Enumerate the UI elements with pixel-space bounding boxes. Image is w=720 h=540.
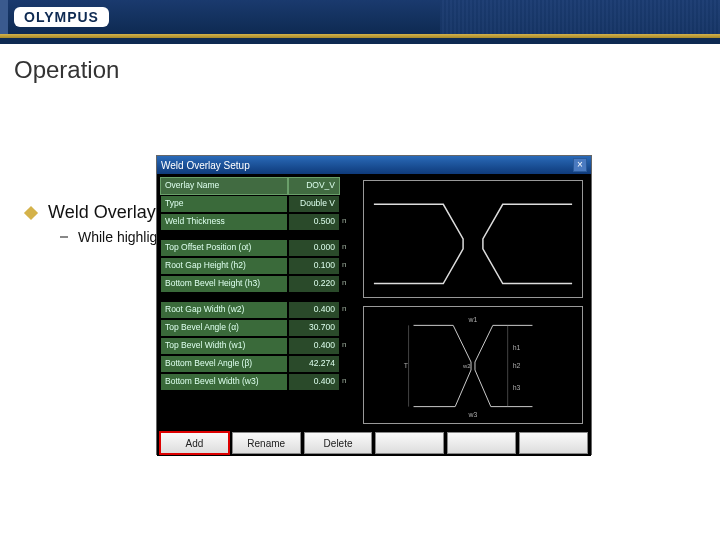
param-row[interactable]: Bottom Bevel Angle (β)42.274: [161, 356, 353, 372]
param-name: Root Gap Width (w2): [161, 302, 287, 318]
param-value[interactable]: DOV_V: [289, 178, 339, 194]
param-name: Root Gap Height (h2): [161, 258, 287, 274]
svg-text:T: T: [404, 362, 409, 369]
param-name: Overlay Name: [161, 178, 287, 194]
param-value[interactable]: 0.500: [289, 214, 339, 230]
param-value[interactable]: 42.274: [289, 356, 339, 372]
weld-preview-top: [363, 180, 583, 298]
blank-button: [447, 432, 516, 454]
brand-banner: OLYMPUS: [0, 0, 720, 34]
blank-button: [375, 432, 444, 454]
param-unit: n: [339, 276, 353, 292]
add-button[interactable]: Add: [160, 432, 229, 454]
param-row[interactable]: Root Gap Width (w2)0.400n: [161, 302, 353, 318]
svg-text:h2: h2: [513, 362, 521, 369]
param-name: Top Bevel Angle (α): [161, 320, 287, 336]
param-name: Top Bevel Width (w1): [161, 338, 287, 354]
param-row[interactable]: Root Gap Height (h2)0.100n: [161, 258, 353, 274]
param-row[interactable]: Weld Thickness0.500n: [161, 214, 353, 230]
weld-overlay-setup-dialog: Weld Overlay Setup × Overlay NameDOV_VTy…: [156, 155, 592, 455]
param-unit: n: [339, 374, 353, 390]
param-unit: [339, 178, 353, 194]
brand-logo: OLYMPUS: [14, 7, 109, 27]
dialog-button-row: AddRenameDelete: [157, 430, 591, 456]
param-name: Weld Thickness: [161, 214, 287, 230]
param-unit: n: [339, 258, 353, 274]
param-unit: [339, 320, 353, 336]
param-value[interactable]: 0.000: [289, 240, 339, 256]
param-value[interactable]: 0.100: [289, 258, 339, 274]
param-row[interactable]: Bottom Bevel Height (h3)0.220n: [161, 276, 353, 292]
rename-button[interactable]: Rename: [232, 432, 301, 454]
param-row[interactable]: Overlay NameDOV_V: [161, 178, 353, 194]
param-row[interactable]: Bottom Bevel Width (w3)0.400n: [161, 374, 353, 390]
svg-text:h1: h1: [513, 344, 521, 351]
param-unit: n: [339, 302, 353, 318]
param-row[interactable]: TypeDouble V: [161, 196, 353, 212]
param-unit: n: [339, 240, 353, 256]
navy-divider: [0, 38, 720, 44]
dialog-title: Weld Overlay Setup: [161, 160, 573, 171]
param-row[interactable]: Top Bevel Width (w1)0.400n: [161, 338, 353, 354]
param-name: Bottom Bevel Width (w3): [161, 374, 287, 390]
page-title: Operation: [14, 56, 720, 84]
param-value[interactable]: 0.400: [289, 302, 339, 318]
svg-text:h3: h3: [513, 384, 521, 391]
parameter-list: Overlay NameDOV_VTypeDouble VWeld Thickn…: [157, 174, 357, 430]
param-row[interactable]: Top Offset Position (ot)0.000n: [161, 240, 353, 256]
blank-button: [519, 432, 588, 454]
param-unit: [339, 196, 353, 212]
diamond-bullet-icon: [24, 205, 38, 219]
dash-bullet-icon: [60, 236, 68, 238]
svg-text:w2: w2: [462, 363, 471, 369]
param-value[interactable]: 0.400: [289, 338, 339, 354]
param-row[interactable]: Top Bevel Angle (α)30.700: [161, 320, 353, 336]
param-name: Bottom Bevel Height (h3): [161, 276, 287, 292]
diagram-column: w1 T h1 h2 h3 w2 w3: [357, 174, 591, 430]
param-value[interactable]: 0.220: [289, 276, 339, 292]
param-value[interactable]: 0.400: [289, 374, 339, 390]
delete-button[interactable]: Delete: [304, 432, 373, 454]
param-name: Bottom Bevel Angle (β): [161, 356, 287, 372]
dialog-titlebar[interactable]: Weld Overlay Setup ×: [157, 156, 591, 174]
svg-text:w1: w1: [468, 316, 478, 323]
param-name: Top Offset Position (ot): [161, 240, 287, 256]
param-value[interactable]: 30.700: [289, 320, 339, 336]
svg-text:w3: w3: [468, 411, 478, 418]
param-name: Type: [161, 196, 287, 212]
param-value[interactable]: Double V: [289, 196, 339, 212]
close-icon[interactable]: ×: [573, 158, 587, 172]
param-unit: [339, 356, 353, 372]
weld-preview-bottom: w1 T h1 h2 h3 w2 w3: [363, 306, 583, 424]
param-unit: n: [339, 214, 353, 230]
param-unit: n: [339, 338, 353, 354]
